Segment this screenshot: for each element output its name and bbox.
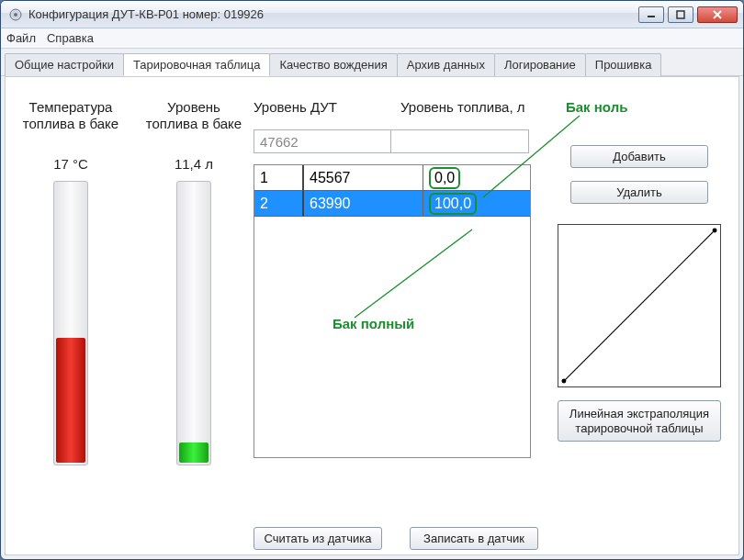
tab-firmware[interactable]: Прошивка xyxy=(585,53,662,76)
row-index: 1 xyxy=(254,165,304,191)
tab-calibration[interactable]: Тарировочная таблица xyxy=(123,53,271,76)
calibration-chart xyxy=(558,224,721,387)
tab-driving[interactable]: Качество вождения xyxy=(269,53,397,76)
read-from-sensor-button[interactable]: Считать из датчика xyxy=(254,527,382,550)
fuel-value-input[interactable] xyxy=(391,129,529,153)
svg-point-1 xyxy=(14,13,17,17)
table-row[interactable]: 1 45567 0,0 xyxy=(254,165,530,191)
extrapolate-button[interactable]: Линейная экстраполяция тарировочной табл… xyxy=(558,400,721,442)
row-fuel: 100,0 xyxy=(423,191,530,217)
menu-help[interactable]: Справка xyxy=(47,31,94,45)
svg-rect-3 xyxy=(677,11,684,18)
level-gauge xyxy=(176,181,211,465)
write-to-sensor-button[interactable]: Записать в датчик xyxy=(410,527,538,550)
tab-content: Температура топлива в баке 17 °C Уровень… xyxy=(5,76,739,555)
header-fuel-level: Уровень топлива, л xyxy=(400,99,566,115)
app-icon xyxy=(8,7,23,22)
annotation-tank-zero: Бак ноль xyxy=(566,99,627,115)
table-row[interactable]: 2 63990 100,0 xyxy=(254,191,530,217)
add-button[interactable]: Добавить xyxy=(570,145,708,168)
row-dut: 63990 xyxy=(304,191,423,217)
svg-point-8 xyxy=(561,379,566,384)
header-dut-level: Уровень ДУТ xyxy=(254,99,400,115)
svg-point-9 xyxy=(713,228,717,232)
minimize-button[interactable] xyxy=(638,6,664,23)
close-button[interactable] xyxy=(697,6,738,23)
temp-gauge-column: Температура топлива в баке 17 °C xyxy=(20,99,121,465)
menubar: Файл Справка xyxy=(1,28,743,49)
row-index: 2 xyxy=(254,191,304,217)
tab-archive[interactable]: Архив данных xyxy=(397,53,495,76)
temp-value: 17 °C xyxy=(53,156,88,172)
calibration-table[interactable]: 1 45567 0,0 2 63990 100,0 xyxy=(254,164,531,458)
row-fuel: 0,0 xyxy=(423,165,530,191)
app-window: Конфигурация ДУТ-КВ-Р01 номер: 019926 Фа… xyxy=(0,0,744,560)
tab-general[interactable]: Общие настройки xyxy=(5,53,124,76)
temp-gauge-fill xyxy=(56,338,85,463)
menu-file[interactable]: Файл xyxy=(6,31,36,45)
level-value: 11,4 л xyxy=(175,156,213,172)
delete-button[interactable]: Удалить xyxy=(570,181,708,204)
temp-gauge xyxy=(53,181,88,465)
level-gauge-fill xyxy=(179,442,209,463)
tabstrip: Общие настройки Тарировочная таблица Кач… xyxy=(1,49,743,76)
titlebar: Конфигурация ДУТ-КВ-Р01 номер: 019926 xyxy=(1,1,743,28)
maximize-button[interactable] xyxy=(668,6,693,23)
dut-value-input[interactable] xyxy=(254,129,391,153)
window-title: Конфигурация ДУТ-КВ-Р01 номер: 019926 xyxy=(28,7,638,21)
level-label: Уровень топлива в баке xyxy=(143,99,244,151)
level-gauge-column: Уровень топлива в баке 11,4 л xyxy=(143,99,244,465)
tab-logging[interactable]: Логирование xyxy=(494,53,586,76)
row-dut: 45567 xyxy=(304,165,423,191)
temp-label: Температура топлива в баке xyxy=(20,99,121,151)
